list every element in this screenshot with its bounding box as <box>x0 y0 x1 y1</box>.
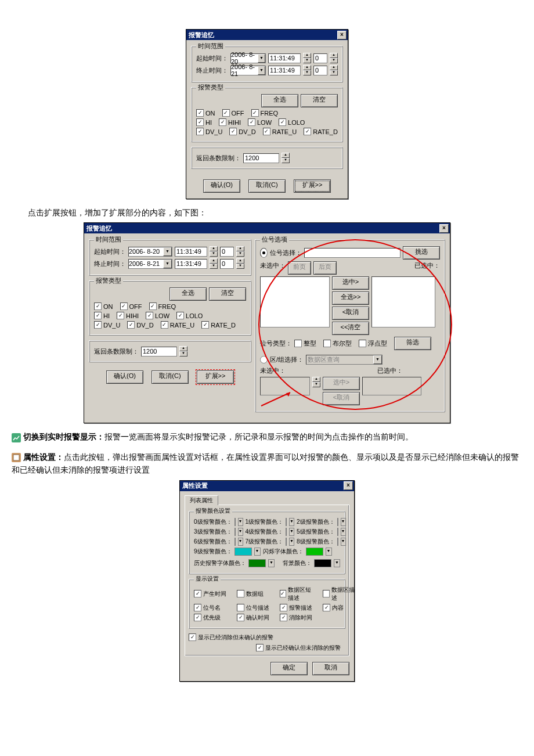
unselected-listbox[interactable] <box>260 276 330 327</box>
end-date-select[interactable]: 2006- 8-21▼ <box>230 66 266 75</box>
ok-button[interactable]: 确定 <box>270 662 308 675</box>
time-spinner[interactable]: ▲▼ <box>303 65 311 75</box>
select-all-button[interactable]: 全选 <box>169 287 207 301</box>
chevron-down-icon[interactable]: ▼ <box>341 528 346 536</box>
color-swatch[interactable] <box>286 518 287 526</box>
display-checkbox[interactable]: ✓确认时间 <box>237 614 273 622</box>
start-ms-input[interactable] <box>220 247 234 257</box>
color-swatch[interactable] <box>234 538 236 546</box>
expand-button[interactable]: 扩展>> <box>294 179 331 193</box>
checkbox-on[interactable]: ✓ON <box>196 109 215 117</box>
display-checkbox[interactable]: 数据区描述 <box>323 586 359 602</box>
chevron-down-icon[interactable]: ▼ <box>254 548 261 556</box>
tag-filter-input[interactable] <box>304 248 400 258</box>
prev-page-button[interactable]: 前页 <box>288 261 311 275</box>
display-checkbox[interactable]: ✓内容 <box>323 604 359 612</box>
limit-input[interactable] <box>141 347 177 357</box>
radio-tag-select[interactable] <box>260 248 268 258</box>
ms-spinner[interactable]: ▲▼ <box>330 65 338 75</box>
checkbox-lolo[interactable]: ✓LOLO <box>279 118 305 126</box>
checkbox-rateu[interactable]: ✓RATE_U <box>263 128 297 135</box>
start-date-select[interactable]: 2006- 8-20▼ <box>128 247 172 257</box>
next-page-button[interactable]: 后页 <box>313 261 337 275</box>
cancel-button[interactable]: 取消(C) <box>151 370 189 384</box>
selected-listbox[interactable] <box>371 276 435 327</box>
checkbox-show-cleared-unack[interactable]: ✓显示已经消除但未确认的报警 <box>189 633 273 642</box>
radio-region-select[interactable] <box>260 356 268 363</box>
tab-list-properties[interactable]: 列表属性 <box>185 495 218 505</box>
chevron-down-icon[interactable]: ▼ <box>238 528 243 536</box>
display-checkbox[interactable]: ✓产生时间 <box>194 590 230 598</box>
checkbox-low[interactable]: ✓LOW <box>248 118 272 126</box>
checkbox-float[interactable]: 浮点型 <box>359 339 387 348</box>
color-swatch[interactable] <box>234 518 236 526</box>
pick-button[interactable]: 挑选 <box>403 246 440 260</box>
start-time-input[interactable] <box>268 53 301 63</box>
filter-button[interactable]: 筛选 <box>394 337 431 350</box>
end-time-input[interactable] <box>175 259 207 269</box>
chevron-down-icon[interactable]: ▼ <box>341 538 346 546</box>
limit-spinner[interactable]: ▲▼ <box>282 153 290 163</box>
end-ms-input[interactable] <box>220 259 234 269</box>
chevron-down-icon[interactable]: ▼ <box>238 518 243 526</box>
bg-color-swatch[interactable] <box>314 559 331 567</box>
cancel-button[interactable]: 取消(C) <box>248 179 286 193</box>
display-checkbox[interactable]: 数据组 <box>237 590 273 598</box>
checkbox-bool[interactable]: 布尔型 <box>323 339 352 348</box>
chevron-down-icon[interactable]: ▼ <box>289 538 294 546</box>
close-icon[interactable]: × <box>439 224 449 233</box>
expand-button[interactable]: 扩展>> <box>197 370 234 384</box>
ok-button[interactable]: 确认(O) <box>203 179 240 193</box>
display-checkbox[interactable]: ✓消除时间 <box>280 614 316 622</box>
color-swatch[interactable] <box>337 528 338 536</box>
checkbox-rated[interactable]: ✓RATE_D <box>304 128 338 135</box>
checkbox-off[interactable]: ✓OFF <box>222 109 244 117</box>
color-swatch[interactable] <box>306 548 323 556</box>
checkbox-hi[interactable]: ✓HI <box>196 118 212 126</box>
end-ms-input[interactable] <box>313 66 327 75</box>
checkbox-hihi[interactable]: ✓HIHI <box>219 118 241 126</box>
ok-button[interactable]: 确认(O) <box>106 370 143 384</box>
chevron-down-icon[interactable]: ▼ <box>341 518 346 526</box>
chevron-down-icon[interactable]: ▼ <box>289 518 294 526</box>
checkbox-dvd[interactable]: ✓DV_D <box>229 128 255 135</box>
color-swatch[interactable] <box>337 518 338 526</box>
start-time-input[interactable] <box>175 247 207 257</box>
end-date-select[interactable]: 2006- 8-21▼ <box>128 259 172 269</box>
close-icon[interactable]: × <box>344 481 353 490</box>
move-left-button[interactable]: <取消 <box>332 307 369 320</box>
time-spinner[interactable]: ▲▼ <box>303 53 311 63</box>
move-right-button[interactable]: 选中> <box>332 276 369 290</box>
chevron-down-icon[interactable]: ▼ <box>334 559 340 567</box>
display-checkbox[interactable]: ✓位号名 <box>194 604 230 612</box>
display-checkbox[interactable]: ✓报警描述 <box>280 604 316 612</box>
color-swatch[interactable] <box>286 538 287 546</box>
chevron-down-icon[interactable]: ▼ <box>326 548 332 556</box>
color-swatch[interactable] <box>234 548 252 556</box>
color-swatch[interactable] <box>286 528 287 536</box>
clear-button[interactable]: 清空 <box>209 287 246 301</box>
cancel-button[interactable]: 取消 <box>312 662 349 675</box>
display-checkbox[interactable]: 位号描述 <box>237 604 273 612</box>
start-date-select[interactable]: 2006- 8-20▼ <box>230 53 266 63</box>
select-all-button[interactable]: 全选 <box>261 94 298 107</box>
chevron-down-icon[interactable]: ▼ <box>258 54 265 63</box>
chevron-down-icon[interactable]: ▼ <box>258 66 265 75</box>
chevron-down-icon[interactable]: ▼ <box>289 528 294 536</box>
ms-spinner[interactable]: ▲▼ <box>330 53 338 63</box>
limit-input[interactable] <box>243 153 279 163</box>
close-icon[interactable]: × <box>337 31 347 39</box>
color-swatch[interactable] <box>337 538 338 546</box>
hist-color-swatch[interactable] <box>248 559 266 567</box>
end-time-input[interactable] <box>268 66 301 75</box>
checkbox-int[interactable]: 整型 <box>294 339 316 348</box>
color-swatch[interactable] <box>234 528 236 536</box>
move-all-right-button[interactable]: 全选>> <box>332 291 369 305</box>
checkbox-dvu[interactable]: ✓DV_U <box>196 128 222 135</box>
display-checkbox[interactable]: ✓数据区短描述 <box>280 586 316 602</box>
display-checkbox[interactable]: ✓优先级 <box>194 614 230 622</box>
checkbox-show-ack-uncleared[interactable]: ✓显示已经确认但未消除的报警 <box>256 644 341 652</box>
move-all-left-button[interactable]: <<清空 <box>332 322 369 335</box>
chevron-down-icon[interactable]: ▼ <box>238 538 243 546</box>
start-ms-input[interactable] <box>313 53 327 63</box>
